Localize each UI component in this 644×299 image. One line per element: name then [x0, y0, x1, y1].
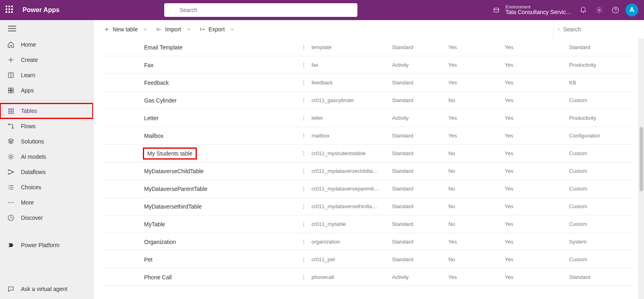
- svg-point-42: [303, 82, 304, 83]
- global-search-input[interactable]: [180, 7, 353, 13]
- svg-rect-11: [8, 91, 10, 93]
- table-row[interactable]: MyTablecr011_mytableStandardNoYesCustom: [104, 215, 634, 233]
- row-more-button[interactable]: [295, 257, 312, 262]
- chat-icon: [7, 285, 14, 293]
- nav-ai-models[interactable]: AI models: [0, 149, 93, 164]
- table-name[interactable]: Pet: [144, 256, 295, 263]
- table-row[interactable]: Petcr011_petStandardNoYesCustom: [104, 251, 634, 268]
- table-row[interactable]: My Students tablecr011_mystudentstableSt…: [104, 145, 634, 162]
- row-more-button[interactable]: [295, 221, 312, 227]
- settings-icon[interactable]: [596, 6, 603, 14]
- table-name[interactable]: Mailbox: [144, 133, 295, 139]
- svg-point-27: [12, 202, 13, 203]
- nav-home[interactable]: Home: [0, 37, 93, 52]
- nav-choices[interactable]: Choices: [0, 180, 93, 195]
- row-more-button[interactable]: [295, 168, 312, 174]
- table-type: Standard: [392, 221, 448, 227]
- table-row[interactable]: LetterletterActivityYesYesProductivity: [104, 109, 634, 127]
- nav-toggle[interactable]: [0, 20, 93, 37]
- scrollbar-track[interactable]: [638, 39, 644, 299]
- nav-label: Solutions: [21, 138, 44, 145]
- table-name[interactable]: MyDataverseParentTable: [144, 186, 295, 192]
- svg-point-15: [10, 156, 12, 158]
- table-row[interactable]: FaxfaxActivityYesYesProductivity: [104, 56, 634, 74]
- table-name[interactable]: MyDataverseChildTable: [144, 168, 295, 174]
- customizable: Yes: [505, 44, 569, 50]
- row-more-button[interactable]: [295, 115, 312, 121]
- schema-name: template: [312, 44, 392, 50]
- svg-point-57: [303, 171, 304, 172]
- table-name[interactable]: Feedback: [144, 80, 295, 86]
- svg-point-26: [10, 202, 11, 203]
- table-search[interactable]: [553, 20, 638, 39]
- svg-point-41: [303, 80, 304, 81]
- svg-point-52: [303, 137, 304, 138]
- row-more-button[interactable]: [295, 45, 312, 50]
- table-row[interactable]: MyDataverseParentTablecr011_mydataversep…: [104, 180, 634, 198]
- nav-learn[interactable]: Learn: [0, 68, 93, 83]
- table-name[interactable]: My Students table: [144, 149, 295, 158]
- ask-agent[interactable]: Ask a virtual agent: [0, 281, 93, 297]
- table-scroll[interactable]: Email TemplatetemplateStandardYesYesStan…: [93, 39, 644, 299]
- svg-point-63: [303, 206, 304, 207]
- notifications-icon[interactable]: [580, 6, 587, 14]
- row-more-button[interactable]: [295, 186, 312, 192]
- nav-dataflows[interactable]: Dataflows: [0, 164, 93, 180]
- nav-solutions[interactable]: Solutions: [0, 134, 93, 149]
- global-search[interactable]: [164, 3, 357, 17]
- nav-tables[interactable]: Tables: [0, 103, 93, 119]
- table-name[interactable]: Organization: [144, 239, 295, 245]
- row-more-button[interactable]: [295, 62, 312, 68]
- schema-name: cr011_pet: [312, 256, 392, 262]
- table-row[interactable]: MyDataverseChildTablecr011_mydataversech…: [104, 162, 634, 180]
- table-name[interactable]: Gas Cylinder: [144, 97, 295, 104]
- row-more-button[interactable]: [295, 151, 312, 156]
- nav-discover[interactable]: Discover: [0, 210, 93, 225]
- svg-point-24: [8, 189, 9, 190]
- export-icon: [200, 27, 205, 32]
- table-name[interactable]: MyTable: [144, 221, 295, 227]
- customizable: Yes: [505, 80, 569, 86]
- tag: Custom: [569, 203, 634, 209]
- table-name[interactable]: Email Template: [144, 44, 295, 51]
- schema-name: cr011_gascylinder: [312, 97, 392, 103]
- table-row[interactable]: OrganizationorganizationStandardYesYesSy…: [104, 233, 634, 251]
- table-row[interactable]: Phone CallphonecallActivityYesYesStandar…: [104, 268, 634, 286]
- row-more-button[interactable]: [295, 98, 312, 103]
- schema-name: cr011_mytable: [312, 221, 392, 227]
- nav-flows[interactable]: Flows: [0, 119, 93, 134]
- export-button[interactable]: Export: [196, 24, 239, 35]
- table-row[interactable]: Gas Cylindercr011_gascylinderStandardNoY…: [104, 92, 634, 109]
- row-more-button[interactable]: [295, 204, 312, 209]
- table-row[interactable]: MailboxmailboxStandardYesYesConfiguratio…: [104, 127, 634, 145]
- table-name-highlight[interactable]: My Students table: [144, 149, 196, 158]
- import-button[interactable]: Import: [152, 24, 196, 35]
- row-more-button[interactable]: [295, 80, 312, 86]
- svg-point-74: [303, 275, 304, 276]
- table-name[interactable]: Phone Call: [144, 274, 295, 281]
- schema-name: organization: [312, 239, 392, 245]
- row-more-button[interactable]: [295, 133, 312, 139]
- help-icon[interactable]: [612, 6, 619, 14]
- row-more-button[interactable]: [295, 274, 312, 280]
- nav-create[interactable]: Create: [0, 52, 93, 68]
- tag: Standard: [569, 274, 634, 280]
- nav-power-platform[interactable]: Power Platform: [0, 238, 93, 253]
- table-name[interactable]: Fax: [144, 62, 295, 68]
- row-more-button[interactable]: [295, 239, 312, 245]
- nav-apps[interactable]: Apps: [0, 83, 93, 98]
- environment-picker[interactable]: Environment Tata Consultancy Servic…: [493, 4, 572, 15]
- scrollbar-thumb[interactable]: [640, 127, 643, 191]
- table-name[interactable]: Letter: [144, 115, 295, 121]
- table-name[interactable]: MyDataversethirdTable: [144, 203, 295, 210]
- nav-more[interactable]: More: [0, 195, 93, 210]
- svg-point-23: [8, 187, 9, 188]
- user-avatar[interactable]: A: [625, 4, 638, 16]
- app-launcher-icon[interactable]: [6, 6, 14, 14]
- svg-point-55: [303, 155, 304, 156]
- table-row[interactable]: MyDataversethirdTablecr011_mydataverseth…: [104, 198, 634, 215]
- table-row[interactable]: FeedbackfeedbackStandardYesYesKB: [104, 74, 634, 92]
- table-search-input[interactable]: [563, 26, 634, 33]
- new-table-button[interactable]: New table: [100, 24, 152, 35]
- table-row[interactable]: Email TemplatetemplateStandardYesYesStan…: [104, 39, 634, 56]
